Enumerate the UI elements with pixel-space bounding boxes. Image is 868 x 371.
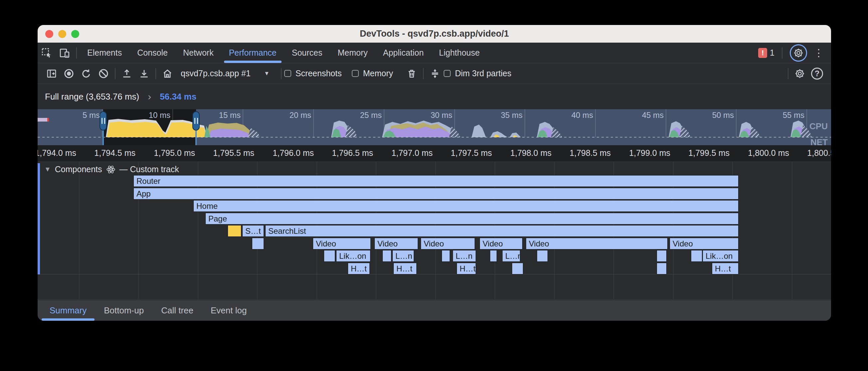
ruler-label: 1,798.5 ms: [554, 148, 611, 159]
ruler-label: 1,795.0 ms: [138, 148, 195, 159]
memory-checkbox[interactable]: Memory: [352, 68, 393, 78]
tab-console[interactable]: Console: [129, 42, 176, 63]
grid-line: [79, 162, 80, 299]
upload-profile-icon[interactable]: [118, 65, 135, 82]
flame-bar-ht[interactable]: H…t: [393, 263, 417, 275]
separator: [281, 68, 282, 79]
ruler-label: 1,800.5 ms: [792, 148, 831, 159]
target-selector[interactable]: qsvd7p.csb.app #1: [181, 68, 251, 78]
tab-performance[interactable]: Performance: [221, 42, 284, 63]
screenshots-checkbox[interactable]: Screenshots: [284, 68, 342, 78]
separator: [423, 68, 424, 79]
flame-bar-video[interactable]: Video: [313, 238, 371, 250]
separator: [115, 68, 116, 79]
details-tabbar: SummaryBottom-upCall treeEvent log: [38, 300, 831, 321]
flame-bar-home[interactable]: Home: [193, 200, 739, 212]
flame-bar-page[interactable]: Page: [205, 213, 739, 225]
ruler-label: 1,797.0 ms: [376, 148, 433, 159]
flame-bar[interactable]: [657, 263, 666, 275]
flame-bar-ht[interactable]: H…t: [457, 263, 476, 275]
clear-icon[interactable]: [95, 65, 112, 82]
track-title: Components: [55, 165, 102, 174]
device-toolbar-icon[interactable]: [56, 42, 73, 63]
flame-bar[interactable]: [657, 250, 666, 262]
chevron-right-icon: ›: [148, 91, 151, 102]
flame-bar-router[interactable]: Router: [133, 175, 739, 187]
minimize-button[interactable]: [58, 30, 66, 38]
tab-elements[interactable]: Elements: [80, 42, 129, 63]
garbage-collect-icon[interactable]: [403, 65, 421, 82]
flame-bar-likon[interactable]: Lik…on: [336, 250, 370, 262]
react-atom-icon: [106, 165, 116, 174]
tab-summary[interactable]: Summary: [41, 300, 95, 321]
flame-bar[interactable]: [537, 250, 548, 262]
flame-bar[interactable]: [490, 250, 497, 262]
ruler-label: 1,794.5 ms: [79, 148, 135, 159]
flame-bar-video[interactable]: Video: [421, 238, 475, 250]
checkbox-icon: [352, 70, 359, 77]
home-icon[interactable]: [159, 65, 176, 82]
download-profile-icon[interactable]: [135, 65, 153, 82]
screen: DevTools - qsvd7p.csb.app/video/1 Elemen…: [0, 0, 868, 371]
close-button[interactable]: [45, 30, 53, 38]
flame-bar[interactable]: [228, 225, 241, 237]
track-focus-indicator: [38, 163, 40, 275]
flame-bar[interactable]: [512, 263, 523, 275]
zoom-button[interactable]: [71, 30, 79, 38]
flame-bar-st[interactable]: S…t: [242, 225, 264, 237]
flame-bar-video[interactable]: Video: [479, 238, 523, 250]
ruler-label: 1,796.0 ms: [257, 148, 314, 159]
full-range-crumb[interactable]: Full range (3,653.76 ms): [45, 92, 139, 102]
reload-record-icon[interactable]: [78, 65, 95, 82]
flame-bar[interactable]: [252, 238, 264, 250]
right-range-handle[interactable]: [192, 111, 200, 131]
flame-bar-ln[interactable]: L…n: [453, 250, 476, 262]
cpu-area-gray: [472, 124, 486, 137]
chevron-down-icon[interactable]: ▼: [264, 70, 270, 77]
collapse-icon[interactable]: [426, 65, 444, 82]
flame-bar[interactable]: [382, 250, 392, 262]
tab-call-tree[interactable]: Call tree: [152, 300, 202, 321]
tab-lighthouse[interactable]: Lighthouse: [431, 42, 487, 63]
tab-network[interactable]: Network: [176, 42, 221, 63]
title-bar: DevTools - qsvd7p.csb.app/video/1: [38, 25, 831, 42]
error-badge[interactable]: ! 1: [758, 48, 774, 58]
flame-bar-video[interactable]: Video: [526, 238, 668, 250]
tab-application[interactable]: Application: [375, 42, 431, 63]
toggle-sidebar-icon[interactable]: [43, 65, 60, 82]
cpu-baseline: [38, 137, 831, 138]
tab-bottom-up[interactable]: Bottom-up: [95, 300, 152, 321]
flame-bar-ht[interactable]: H…t: [712, 263, 739, 275]
devtools-tabbar: ElementsConsoleNetworkPerformanceSources…: [38, 42, 831, 63]
tab-sources[interactable]: Sources: [284, 42, 330, 63]
dim-3rd-parties-checkbox[interactable]: Dim 3rd parties: [444, 68, 512, 78]
help-icon[interactable]: ?: [808, 65, 826, 82]
selected-range-crumb[interactable]: 56.34 ms: [160, 92, 196, 102]
capture-settings-gear-icon[interactable]: [791, 65, 808, 82]
flame-bar-ln[interactable]: L…n: [393, 250, 414, 262]
separator: [155, 68, 156, 79]
settings-button[interactable]: [790, 44, 807, 62]
inspect-element-icon[interactable]: [38, 42, 56, 63]
left-range-handle[interactable]: [99, 111, 107, 131]
track-divider: [38, 299, 831, 300]
collapse-triangle-icon[interactable]: ▼: [44, 166, 51, 173]
flame-bar-ht[interactable]: H…t: [348, 263, 370, 275]
track-header[interactable]: ▼ Components — Custom track: [44, 165, 179, 174]
flame-bar[interactable]: [324, 250, 335, 262]
flame-bar-ln[interactable]: L…n: [502, 250, 520, 262]
flame-bar-video[interactable]: Video: [374, 238, 418, 250]
tab-memory[interactable]: Memory: [330, 42, 375, 63]
flame-bar-app[interactable]: App: [133, 188, 739, 199]
flame-bar-likon[interactable]: Lik…on: [703, 250, 739, 262]
flame-chart[interactable]: ▼ Components — Custom track RouterAppHom…: [38, 162, 831, 300]
more-options-icon[interactable]: ⋮: [812, 47, 826, 59]
timeline-overview[interactable]: 5 ms10 ms15 ms20 ms25 ms30 ms35 ms40 ms4…: [38, 109, 831, 145]
flame-bar[interactable]: [442, 250, 450, 262]
right-handle-line: [195, 129, 197, 145]
flame-bar-searchlist[interactable]: SearchList: [265, 225, 739, 237]
flame-bar[interactable]: [691, 250, 702, 262]
tab-event-log[interactable]: Event log: [202, 300, 255, 321]
flame-bar-video[interactable]: Video: [670, 238, 739, 250]
record-icon[interactable]: [60, 65, 78, 82]
